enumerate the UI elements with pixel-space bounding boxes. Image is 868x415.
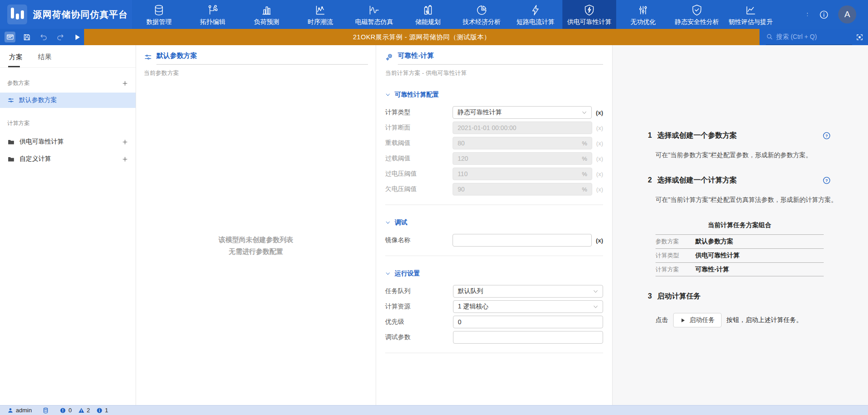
nav-item-data-management[interactable]: 数据管理 [132,0,186,29]
debug-params-input[interactable] [453,331,603,344]
more-menu-icon[interactable] [805,11,810,18]
nav-item-techno-economic[interactable]: 技术经济分析 [455,0,509,29]
search-input[interactable] [776,33,835,40]
waveform-icon [368,4,380,16]
sidebar-item-default-param-scheme[interactable]: 默认参数方案 [0,93,136,108]
status-warnings[interactable]: 2 [78,407,90,414]
task-queue-select[interactable]: 默认队列 [453,285,603,298]
error-circle-icon [60,407,66,414]
step-title: 选择或创建一个参数方案 [657,131,737,139]
info-icon [819,9,829,20]
main-menu: 数据管理 拓扑编辑 负荷预测 时序潮流 电磁暂态仿真 储能规划 技术经济分析 [132,0,778,29]
nav-item-load-forecast[interactable]: 负荷预测 [240,0,293,29]
field-calc-section: 计算断面 2021-01-01 00:00:00 (x) [385,121,603,134]
database-icon [153,4,165,16]
plus-icon [122,80,128,87]
fullscreen-icon [856,33,863,41]
section-debug[interactable]: 调试 [385,219,603,227]
status-infos[interactable]: 1 [96,407,108,414]
fullscreen-button[interactable] [856,33,863,41]
field-image-name: 镜像名称 (x) [385,234,603,247]
step-2-description: 可在"当前计算方案"栏处配置仿真算法参数，形成新的计算方案。 [656,196,868,204]
step-number: 3 [648,292,652,300]
var-marker-disabled: (x) [596,171,603,177]
redo-button[interactable] [55,32,66,42]
case-monitor-button[interactable] [5,32,15,42]
username: admin [16,407,32,414]
sidebar-item-label: 默认参数方案 [19,96,57,104]
nav-item-static-security[interactable]: 静态安全性分析 [670,0,724,29]
param-section-label: 参数方案 [7,79,30,87]
row-value: 可靠性-计算 [695,266,729,274]
calc-type-select[interactable]: 静态可靠性计算 [453,106,592,119]
add-custom-calc-button[interactable] [122,156,128,163]
table-row: 参数方案 默认参数方案 [656,234,824,248]
guide-step-3: 3启动计算任务 [648,292,868,301]
info-button[interactable] [819,9,829,20]
person-icon [7,407,14,414]
step-title: 选择或创建一个计算方案 [657,176,737,184]
nav-item-topology-edit[interactable]: 拓扑编辑 [186,0,240,29]
image-name-input[interactable] [453,234,592,247]
run-button[interactable] [71,32,82,42]
status-user[interactable]: admin [7,407,32,414]
help-button-step-2[interactable]: ? [822,176,831,185]
var-marker-disabled: (x) [596,155,603,162]
status-database[interactable] [42,407,49,414]
nav-item-var-optimization[interactable]: 无功优化 [616,0,670,29]
user-avatar[interactable]: A [838,5,856,23]
sidebar-folder-reliability[interactable]: 供电可靠性计算 [0,134,136,150]
tab-results[interactable]: 结果 [37,51,52,67]
field-heavy-load-threshold: 重载阈值 80 % (x) [385,137,603,149]
lightning-icon [529,4,542,16]
section-reliability-config[interactable]: 可靠性计算配置 [385,91,603,99]
add-reliability-scheme-button[interactable] [122,139,128,145]
empty-line-1: 该模型尚未创建参数列表 [136,234,376,246]
tab-schemes[interactable]: 方案 [8,51,24,67]
field-priority: 优先级 [385,316,603,328]
undervoltage-input-disabled: 90 % [453,183,592,196]
plus-icon [122,139,128,145]
combo-table: 当前计算任务方案组合 参数方案 默认参数方案 计算类型 供电可靠性计算 计算方案… [656,221,824,276]
section-title: 可靠性计算配置 [395,91,439,99]
row-label: 参数方案 [656,238,695,246]
start-task-button[interactable]: 启动任务 [673,313,722,327]
nav-item-storage-planning[interactable]: 储能规划 [401,0,455,29]
add-param-scheme-button[interactable] [122,80,128,87]
search-box [766,29,852,45]
nav-item-reliability-calc[interactable]: 供电可靠性计算 [562,0,616,29]
nav-item-emt-simulation[interactable]: 电磁暂态仿真 [347,0,401,29]
app-title: 源网荷储协同仿真平台 [33,9,128,21]
var-marker[interactable]: (x) [596,237,603,244]
question-circle-icon: ? [822,131,831,140]
toolbar: 21OKR展示算例 - 源网荷储协同（测试版本） [0,29,868,45]
action-suffix: 按钮，启动上述计算任务。 [726,316,802,324]
help-button-step-1[interactable]: ? [822,131,831,140]
priority-input[interactable] [453,316,603,328]
folder-label: 供电可靠性计算 [19,138,117,146]
sidebar-folder-custom-calc[interactable]: 自定义计算 [0,151,136,167]
param-panel: 默认参数方案 当前参数方案 该模型尚未创建参数列表 无需进行参数配置 [136,45,376,405]
calc-panel: 可靠性-计算 当前计算方案 - 供电可靠性计算 可靠性计算配置 计算类型 静态可… [376,45,613,405]
warning-triangle-icon [78,407,85,414]
gears-icon [385,53,394,65]
calc-section-input-disabled: 2021-01-01 00:00:00 [453,121,592,134]
var-marker-disabled: (x) [596,186,603,193]
save-icon [23,33,31,42]
table-row: 计算方案 可靠性-计算 [656,262,824,276]
undo-button[interactable] [38,32,49,42]
nav-item-resilience[interactable]: 韧性评估与提升 [724,0,778,29]
section-title: 调试 [395,219,407,227]
save-button[interactable] [21,32,32,42]
nav-item-time-series-flow[interactable]: 时序潮流 [293,0,347,29]
section-run-settings[interactable]: 运行设置 [385,270,603,278]
nav-item-short-circuit[interactable]: 短路电流计算 [509,0,562,29]
sliders-icon [637,4,649,16]
time-series-icon [314,4,326,16]
svg-text:?: ? [826,134,828,138]
var-marker[interactable]: (x) [596,109,603,116]
chevron-down-icon [593,304,599,310]
compute-resource-select[interactable]: 1 逻辑核心 [453,300,603,313]
action-prefix: 点击 [656,316,668,324]
status-errors[interactable]: 0 [60,407,71,414]
